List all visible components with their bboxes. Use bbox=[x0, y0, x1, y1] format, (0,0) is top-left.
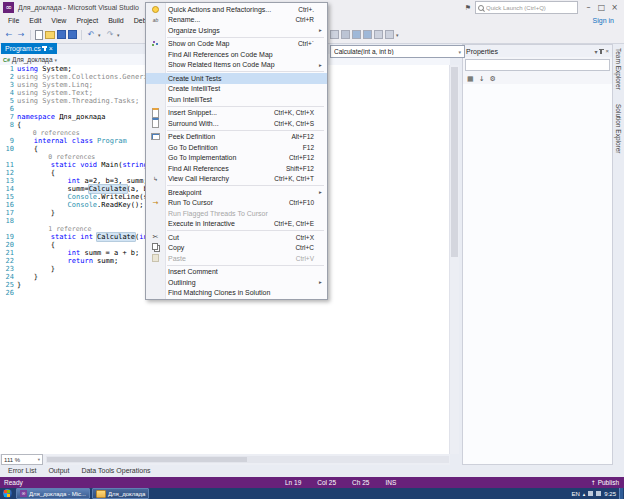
bottom-tab-data-tools-operations[interactable]: Data Tools Operations bbox=[76, 465, 155, 477]
menubar-item-view[interactable]: View bbox=[46, 15, 71, 26]
volume-icon[interactable] bbox=[596, 491, 601, 496]
tab-close-icon[interactable]: × bbox=[49, 45, 53, 52]
taskbar-item-folder[interactable]: Для_доклада bbox=[92, 488, 149, 499]
menu-separator bbox=[167, 106, 324, 107]
undo-icon[interactable]: ↶ bbox=[86, 30, 96, 40]
minimize-button[interactable]: – bbox=[582, 1, 595, 14]
tab-program-cs[interactable]: Program.cs × bbox=[1, 43, 57, 54]
close-icon[interactable]: × bbox=[605, 48, 609, 54]
select-icon[interactable] bbox=[341, 30, 350, 39]
menubar-item-build[interactable]: Build bbox=[103, 15, 129, 26]
new-project-icon[interactable] bbox=[35, 30, 43, 40]
menubar-item-file[interactable]: File bbox=[3, 15, 24, 26]
navigate-forward-icon[interactable]: → bbox=[16, 30, 26, 40]
bookmark-icon[interactable] bbox=[374, 30, 383, 39]
sign-in-link[interactable]: Sign in bbox=[593, 17, 614, 24]
publish-button[interactable]: ↑ Publish bbox=[591, 477, 619, 488]
categorized-icon[interactable]: ▦ bbox=[467, 75, 474, 83]
horizontal-scrollbar[interactable] bbox=[46, 456, 449, 463]
context-menu-item-paste[interactable]: PasteCtrl+V bbox=[146, 253, 327, 264]
code-text: internal class Program bbox=[17, 137, 127, 145]
close-button[interactable]: × bbox=[608, 1, 621, 14]
context-menu-item-execute-in-interactive[interactable]: Execute in InteractiveCtrl+E, Ctrl+E bbox=[146, 219, 327, 230]
bottom-tab-error-list[interactable]: Error List bbox=[3, 465, 41, 477]
pin-icon[interactable] bbox=[600, 49, 602, 54]
context-menu-item-go-to-definition[interactable]: Go To DefinitionF12 bbox=[146, 142, 327, 153]
side-tab-team-explorer[interactable]: Team Explorer bbox=[615, 48, 622, 90]
comment-icon[interactable] bbox=[352, 30, 361, 39]
context-menu-item-breakpoint[interactable]: Breakpoint▸ bbox=[146, 187, 327, 198]
context-menu-item-insert-snippet[interactable]: Insert Snippet...Ctrl+K, Ctrl+X bbox=[146, 108, 327, 119]
start-button[interactable] bbox=[0, 488, 14, 499]
context-menu-item-show-on-code-map[interactable]: Show on Code MapCtrl+` bbox=[146, 39, 327, 50]
scrollbar-thumb[interactable] bbox=[47, 457, 247, 462]
menubar-item-project[interactable]: Project bbox=[71, 15, 103, 26]
side-tab-solution-explorer[interactable]: Solution Explorer bbox=[615, 104, 622, 154]
window-position-icon[interactable]: ▾ bbox=[594, 48, 597, 55]
hidden-icons-chevron[interactable]: ▴ bbox=[583, 491, 586, 497]
dropdown-arrow-icon[interactable]: ▾ bbox=[98, 32, 103, 38]
menu-separator bbox=[167, 265, 324, 266]
context-menu-item-cut[interactable]: CutCtrl+X bbox=[146, 232, 327, 243]
menu-item-label: Go To Implementation bbox=[165, 154, 236, 161]
context-menu-item-run-to-cursor[interactable]: Run To CursorCtrl+F10 bbox=[146, 198, 327, 209]
submenu-arrow-icon: ▸ bbox=[319, 62, 327, 68]
context-menu-item-organize-usings[interactable]: Organize Usings▸ bbox=[146, 25, 327, 36]
show-desktop-button[interactable] bbox=[619, 488, 623, 499]
maximize-button[interactable]: □ bbox=[595, 1, 608, 14]
context-menu-item-find-all-references[interactable]: Find All ReferencesShift+F12 bbox=[146, 163, 327, 174]
menu-item-label: Run IntelliTest bbox=[165, 96, 212, 103]
pin-icon[interactable] bbox=[44, 46, 46, 51]
property-pages-icon[interactable]: ⚙ bbox=[490, 75, 496, 83]
context-menu-item-show-related-items-on-code-map[interactable]: Show Related Items on Code Map▸ bbox=[146, 60, 327, 71]
code-text: int summ = a + b; bbox=[17, 249, 139, 257]
redo-icon[interactable]: ↷ bbox=[105, 30, 115, 40]
context-menu-item-find-all-references-on-code-map[interactable]: Find All References on Code Map bbox=[146, 49, 327, 60]
find-icon[interactable] bbox=[330, 30, 339, 39]
navbar-member-dropdown[interactable]: Calculate(int a, int b) ▾ bbox=[330, 45, 465, 58]
line-number: 6 bbox=[0, 105, 17, 113]
open-file-icon[interactable] bbox=[45, 31, 55, 39]
properties-panel: Properties ▾ × ▦↓⚙ bbox=[462, 44, 613, 465]
context-menu-item-copy[interactable]: CopyCtrl+C bbox=[146, 243, 327, 254]
context-menu-item-create-intellitest[interactable]: Create IntelliTest bbox=[146, 84, 327, 95]
alphabetical-icon[interactable]: ↓ bbox=[479, 75, 485, 83]
dropdown-arrow-icon[interactable]: ▾ bbox=[396, 32, 401, 38]
clock[interactable]: 9:25 bbox=[604, 491, 616, 497]
lightbulb-icon bbox=[146, 4, 165, 14]
bottom-tab-output[interactable]: Output bbox=[43, 465, 74, 477]
windows-taskbar: ∞Для_доклада - Mic...Для_доклада EN ▴ 9:… bbox=[0, 488, 624, 499]
save-icon[interactable] bbox=[57, 30, 66, 39]
context-menu-item-insert-comment[interactable]: Insert Comment bbox=[146, 267, 327, 278]
menubar-item-edit[interactable]: Edit bbox=[24, 15, 46, 26]
taskbar-item-visual-studio[interactable]: ∞Для_доклада - Mic... bbox=[16, 488, 90, 499]
context-menu-item-create-unit-tests[interactable]: Create Unit Tests bbox=[146, 73, 327, 84]
context-menu-item-run-flagged-threads-to-cursor[interactable]: Run Flagged Threads To Cursor bbox=[146, 208, 327, 219]
context-menu-item-surround-with[interactable]: Surround With...Ctrl+K, Ctrl+S bbox=[146, 118, 327, 129]
context-menu-item-quick-actions-and-refactorings[interactable]: Quick Actions and Refactorings...Ctrl+. bbox=[146, 4, 327, 15]
options-icon[interactable] bbox=[385, 30, 394, 39]
dropdown-arrow-icon[interactable]: ▾ bbox=[117, 32, 122, 38]
network-icon[interactable] bbox=[588, 491, 593, 496]
navbar-project-dropdown[interactable]: Для_доклада bbox=[12, 56, 52, 63]
context-menu-item-view-call-hierarchy[interactable]: View Call HierarchyCtrl+K, Ctrl+T bbox=[146, 174, 327, 185]
scrollbar-thumb[interactable] bbox=[451, 67, 458, 257]
context-menu-item-peek-definition[interactable]: Peek DefinitionAlt+F12 bbox=[146, 132, 327, 143]
context-menu-item-go-to-implementation[interactable]: Go To ImplementationCtrl+F12 bbox=[146, 153, 327, 164]
uncomment-icon[interactable] bbox=[363, 30, 372, 39]
menu-icon-slot bbox=[146, 163, 165, 173]
properties-object-dropdown[interactable] bbox=[465, 59, 610, 71]
quick-launch-search[interactable]: Quick Launch (Ctrl+Q) bbox=[475, 1, 578, 14]
system-tray: EN ▴ 9:25 bbox=[571, 488, 624, 499]
context-menu-item-run-intellitest[interactable]: Run IntelliTest bbox=[146, 94, 327, 105]
context-menu-item-rename[interactable]: Rename...Ctrl+R bbox=[146, 15, 327, 26]
language-indicator[interactable]: EN bbox=[571, 491, 579, 497]
zoom-control[interactable]: 111 % ▾ bbox=[1, 454, 43, 465]
save-all-icon[interactable] bbox=[68, 30, 77, 39]
navigate-backward-icon[interactable]: ← bbox=[4, 30, 14, 40]
context-menu-item-outlining[interactable]: Outlining▸ bbox=[146, 277, 327, 288]
vertical-scrollbar[interactable] bbox=[449, 65, 459, 454]
context-menu-item-find-matching-clones-in-solution[interactable]: Find Matching Clones in Solution bbox=[146, 288, 327, 299]
menu-item-shortcut: Ctrl+F10 bbox=[289, 199, 319, 206]
notifications-flag-icon[interactable]: ⚑ bbox=[465, 4, 471, 12]
